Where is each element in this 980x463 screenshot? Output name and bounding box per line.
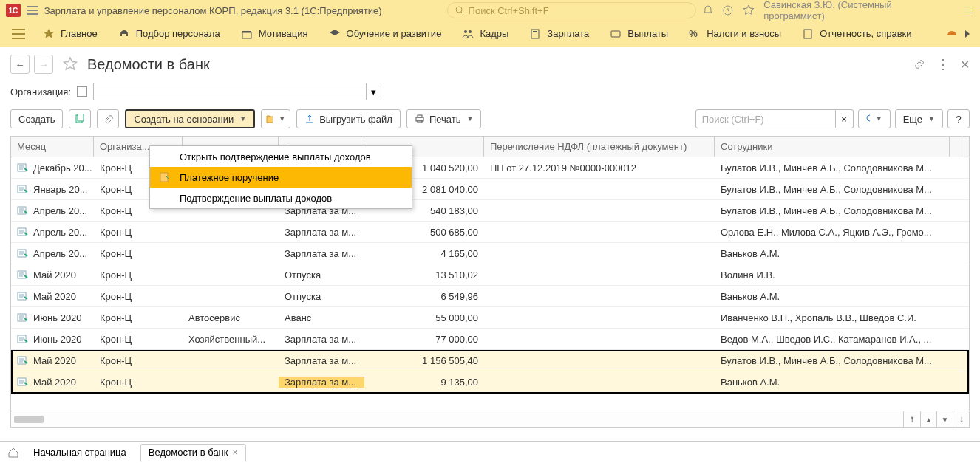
labor-protection-icon[interactable] bbox=[946, 28, 958, 40]
svg-line-1 bbox=[461, 12, 463, 14]
svg-point-8 bbox=[464, 30, 467, 33]
cell-org: Крон-Ц bbox=[94, 227, 183, 238]
favorite-star-icon[interactable] bbox=[62, 56, 78, 72]
close-tab-icon[interactable]: × bbox=[233, 447, 238, 458]
cell-org: Крон-Ц bbox=[94, 377, 183, 388]
menu-recruitment[interactable]: Подбор персонала bbox=[108, 21, 231, 47]
document-icon bbox=[17, 270, 29, 279]
help-button[interactable]: ? bbox=[947, 109, 970, 128]
menu-main[interactable]: Главное bbox=[33, 21, 108, 47]
menu-item-open-confirmation[interactable]: Открыть подтверждение выплаты доходов bbox=[150, 146, 412, 167]
attach-button[interactable] bbox=[97, 109, 119, 128]
sections-menu-icon[interactable] bbox=[12, 29, 25, 39]
tab-vedomosti[interactable]: Ведомости в банк× bbox=[140, 444, 246, 462]
star-icon[interactable] bbox=[743, 4, 755, 16]
col-last[interactable] bbox=[950, 137, 962, 157]
chevron-down-icon[interactable]: ▾ bbox=[366, 83, 381, 100]
nav-down-icon[interactable]: ▼ bbox=[936, 411, 953, 428]
col-emp[interactable]: Сотрудники bbox=[715, 137, 950, 157]
create-based-on-menu: Открыть подтверждение выплаты доходов Пл… bbox=[149, 145, 412, 209]
settings-icon[interactable] bbox=[962, 4, 974, 16]
document-icon bbox=[17, 377, 29, 386]
document-icon bbox=[17, 292, 29, 301]
headset-icon bbox=[118, 28, 130, 40]
table-row[interactable]: Апрель 20...Крон-ЦЗарплата за м...4 165,… bbox=[11, 243, 969, 264]
clear-search-button[interactable]: × bbox=[836, 109, 854, 128]
print-button[interactable]: Печать▼ bbox=[406, 109, 482, 128]
nav-back-button[interactable]: ← bbox=[10, 55, 30, 74]
search-icon bbox=[866, 114, 870, 123]
more-icon[interactable]: ⋮ bbox=[936, 56, 950, 72]
global-search-input[interactable]: Поиск Ctrl+Shift+F bbox=[447, 2, 696, 18]
cell-sum: 77 000,00 bbox=[364, 334, 484, 345]
upload-file-button[interactable]: Выгрузить файл bbox=[296, 109, 401, 128]
cell-emp: Ваньков А.М. bbox=[715, 291, 950, 302]
copy-icon bbox=[75, 114, 85, 124]
cell-type: Зарплата за м... bbox=[279, 377, 364, 388]
menu-item-payment-order[interactable]: Платежное поручение bbox=[150, 167, 412, 188]
find-button[interactable]: ▼ bbox=[858, 109, 891, 128]
wallet-icon bbox=[610, 28, 622, 40]
grad-cap-icon bbox=[329, 28, 341, 40]
cell-emp: Булатов И.В., Минчев А.Б., Солодовникова… bbox=[715, 355, 950, 366]
menu-salary[interactable]: Зарплата bbox=[519, 21, 599, 47]
document-icon bbox=[17, 206, 29, 215]
nav-last-icon[interactable]: ⤓ bbox=[953, 411, 969, 428]
menu-motivation[interactable]: Мотивация bbox=[231, 21, 319, 47]
menu-education[interactable]: Обучение и развитие bbox=[319, 21, 452, 47]
table-row[interactable]: Июнь 2020Крон-ЦАвтосервисАванс55 000,00И… bbox=[11, 307, 969, 329]
menu-hr[interactable]: Кадры bbox=[452, 21, 519, 47]
cell-ndfl: ПП от 27.12.2019 №0000-000012 bbox=[484, 162, 715, 174]
table-row[interactable]: Май 2020Крон-ЦОтпуска6 549,96Ваньков А.М… bbox=[11, 286, 969, 307]
table-row[interactable]: Май 2020Крон-ЦОтпуска13 510,02Волина И.В… bbox=[11, 264, 969, 286]
menu-icon[interactable] bbox=[27, 6, 38, 15]
create-based-on-button[interactable]: Создать на основании▼ bbox=[125, 109, 255, 128]
org-filter-select[interactable]: ▾ bbox=[93, 83, 381, 100]
cell-org: Крон-Ц bbox=[94, 312, 183, 323]
horizontal-scrollbar[interactable] bbox=[11, 411, 903, 427]
cell-month: Декабрь 20... bbox=[11, 162, 94, 174]
cell-dept: Автосервис bbox=[183, 312, 279, 323]
cell-month: Апрель 20... bbox=[11, 205, 94, 216]
history-icon[interactable] bbox=[722, 4, 734, 16]
page-title: Ведомости в банк bbox=[87, 56, 210, 73]
menu-taxes[interactable]: %Налоги и взносы bbox=[678, 21, 792, 47]
scroll-right-icon[interactable] bbox=[964, 29, 971, 39]
org-filter-checkbox[interactable] bbox=[77, 86, 87, 97]
cell-sum: 9 135,00 bbox=[364, 377, 484, 388]
main-menu: Главное Подбор персонала Мотивация Обуче… bbox=[0, 21, 980, 47]
people-icon bbox=[462, 28, 474, 40]
toolbar: Создать Создать на основании▼ ▼ Выгрузит… bbox=[0, 106, 980, 136]
table-row[interactable]: Апрель 20...Крон-ЦЗарплата за м...500 68… bbox=[11, 222, 969, 243]
chevron-down-icon: ▼ bbox=[928, 115, 935, 123]
table-search-input[interactable]: Поиск (Ctrl+F) bbox=[695, 109, 836, 128]
col-month[interactable]: Месяц bbox=[11, 137, 94, 157]
document-icon bbox=[17, 313, 29, 322]
user-name[interactable]: Савинская З.Ю. (Системный программист) bbox=[763, 0, 953, 21]
menu-reports[interactable]: Отчетность, справки bbox=[792, 21, 922, 47]
menu-item-payment-confirmation[interactable]: Подтверждение выплаты доходов bbox=[150, 188, 412, 208]
copy-button[interactable] bbox=[69, 109, 91, 128]
menu-payments[interactable]: Выплаты bbox=[599, 21, 678, 47]
link-icon[interactable] bbox=[913, 58, 926, 71]
cell-month: Май 2020 bbox=[11, 270, 94, 281]
col-ndfl[interactable]: Перечисление НДФЛ (платежный документ) bbox=[484, 137, 715, 157]
create-button[interactable]: Создать bbox=[10, 109, 63, 128]
nav-forward-button[interactable]: → bbox=[34, 55, 53, 74]
nav-up-icon[interactable]: ▲ bbox=[920, 411, 936, 428]
home-icon[interactable] bbox=[7, 447, 19, 459]
nav-first-icon[interactable]: ⤒ bbox=[904, 411, 920, 428]
page-header: ← → Ведомости в банк ⋮ ✕ bbox=[0, 47, 980, 77]
cell-org: Крон-Ц bbox=[94, 334, 183, 345]
table-row[interactable]: Май 2020Крон-ЦЗарплата за м...1 156 505,… bbox=[11, 350, 969, 371]
tab-home[interactable]: Начальная страница bbox=[25, 444, 135, 462]
more-button[interactable]: Еще▼ bbox=[895, 109, 943, 128]
folder-icon bbox=[266, 114, 273, 123]
folder-button[interactable]: ▼ bbox=[261, 109, 290, 128]
cell-org: Крон-Ц bbox=[94, 248, 183, 259]
table-row[interactable]: Июнь 2020Крон-ЦХозяйственный...Зарплата … bbox=[11, 329, 969, 350]
close-icon[interactable]: ✕ bbox=[960, 58, 970, 72]
table-row[interactable]: Май 2020Крон-ЦЗарплата за м...9 135,00Ва… bbox=[11, 371, 969, 393]
cell-type: Зарплата за м... bbox=[279, 334, 364, 345]
bell-icon[interactable] bbox=[702, 4, 714, 16]
